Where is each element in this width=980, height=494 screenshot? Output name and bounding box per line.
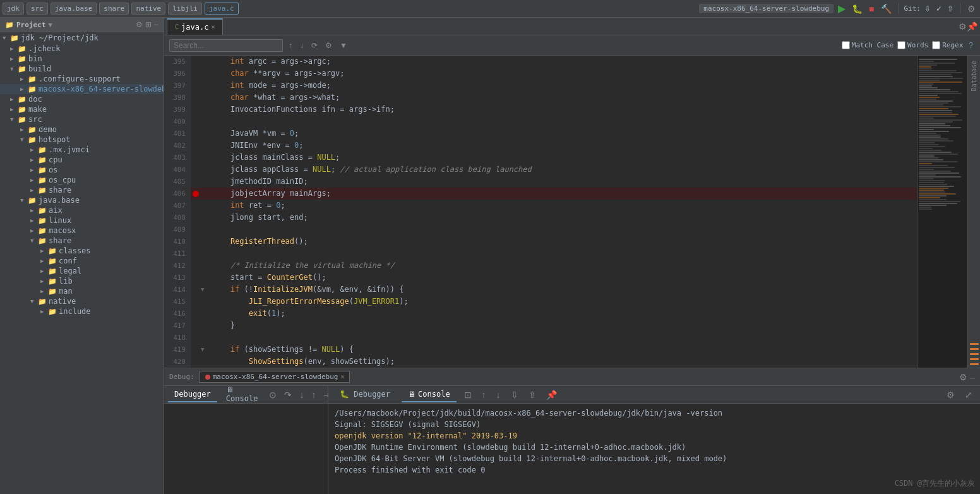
search-up-btn[interactable]: ↑ xyxy=(287,40,294,51)
java-c-tab[interactable]: C java.c × xyxy=(167,18,223,35)
search-refresh[interactable]: ⟳ xyxy=(309,40,320,51)
tree-item[interactable]: ▶📁conf xyxy=(0,256,164,266)
tree-item[interactable]: ▶📁linux xyxy=(0,215,164,226)
step-into-btn[interactable]: ↓ xyxy=(297,389,306,401)
jdk-tab[interactable]: jdk xyxy=(3,3,24,15)
console-pin[interactable]: 📌 xyxy=(544,389,559,401)
sidebar-layout[interactable]: ⊞ xyxy=(145,20,152,29)
tree-item[interactable]: ▶📁include xyxy=(0,306,164,316)
tree-item[interactable]: ▶📁macosx xyxy=(0,226,164,236)
regex-checkbox[interactable] xyxy=(932,41,940,49)
editor-settings[interactable]: ⚙ xyxy=(959,21,967,32)
code-line[interactable]: 409 xyxy=(164,224,917,236)
code-editor[interactable]: 395 int argc = args->argc;396 char **arg… xyxy=(164,56,917,368)
tree-item[interactable]: ▼📁java.base xyxy=(0,195,164,205)
tree-item[interactable]: ▶📁aix xyxy=(0,205,164,215)
tree-item[interactable]: ▼📁hotspot xyxy=(0,135,164,145)
code-line[interactable]: 405 jmethodID mainID; xyxy=(164,176,917,188)
console-scroll-up[interactable]: ↑ xyxy=(479,389,489,401)
debug-show-btn[interactable]: ⊙ xyxy=(266,389,279,401)
search-input[interactable] xyxy=(169,39,283,52)
search-filter[interactable]: ⚙ xyxy=(323,40,334,51)
regex-option[interactable]: Regex xyxy=(932,41,963,49)
console-tab[interactable]: 🖥 Console xyxy=(220,386,265,407)
console-console-tab[interactable]: 🖥 Console xyxy=(402,387,457,402)
editor-pin[interactable]: 📌 xyxy=(967,21,977,32)
code-line[interactable]: 419▼ if (showSettings != NULL) { xyxy=(164,344,917,356)
step-out-btn[interactable]: ↑ xyxy=(309,389,318,401)
tree-item[interactable]: ▶📁demo xyxy=(0,124,164,135)
code-line[interactable]: 407 int ret = 0; xyxy=(164,200,917,212)
vcs-commit[interactable]: ✓ xyxy=(935,4,943,13)
vcs-push[interactable]: ⇧ xyxy=(946,4,955,13)
console-scroll-top[interactable]: ⇧ xyxy=(526,389,539,401)
debug-button[interactable]: 🐛 xyxy=(850,4,864,14)
tree-item[interactable]: ▼📁native xyxy=(0,296,164,306)
tree-item[interactable]: ▶📁legal xyxy=(0,266,164,276)
tree-item[interactable]: ▶📁macosx-x86_64-server-slowdebug xyxy=(0,84,164,94)
code-line[interactable]: 400 xyxy=(164,116,917,128)
search-funnel[interactable]: ▼ xyxy=(338,40,349,51)
tree-item[interactable]: ▶📁man xyxy=(0,286,164,296)
code-line[interactable]: 410 RegisterThread(); xyxy=(164,236,917,248)
fold-arrow[interactable]: ▼ xyxy=(201,284,210,296)
code-line[interactable]: 408 jlong start, end; xyxy=(164,212,917,224)
code-line[interactable]: 414▼ if (!InitializeJVM(&vm, &env, &ifn)… xyxy=(164,284,917,296)
tree-item[interactable]: ▶📁.configure-support xyxy=(0,74,164,84)
java-base-tab[interactable]: java.base xyxy=(51,3,97,15)
tree-item[interactable]: ▼📁share xyxy=(0,236,164,246)
code-line[interactable]: 397 int mode = args->mode; xyxy=(164,80,917,92)
code-line[interactable]: 402 JNIEnv *env = 0; xyxy=(164,140,917,152)
sidebar-collapse[interactable]: – xyxy=(154,20,158,29)
debug-settings-btn[interactable]: ⚙ xyxy=(959,372,967,382)
settings-button[interactable]: ⚙ xyxy=(965,4,977,14)
stop-button[interactable]: ■ xyxy=(867,4,876,14)
code-line[interactable]: 415 JLI_ReportErrorMessage(JVM_ERROR1); xyxy=(164,296,917,308)
build-button[interactable]: 🔨 xyxy=(879,4,893,14)
tree-item[interactable]: ▶📁.jcheck xyxy=(0,44,164,54)
regex-help[interactable]: ? xyxy=(967,40,975,51)
code-line[interactable]: 411 xyxy=(164,248,917,260)
words-option[interactable]: Words xyxy=(897,41,928,49)
java-c-tab-top[interactable]: java.c xyxy=(205,3,239,15)
code-line[interactable]: 404 jclass appClass = NULL; // actual ap… xyxy=(164,164,917,176)
code-line[interactable]: 396 char **argv = args->argv; xyxy=(164,68,917,80)
code-line[interactable]: 401 JavaVM *vm = 0; xyxy=(164,128,917,140)
code-line[interactable]: 418 xyxy=(164,332,917,344)
tree-item[interactable]: ▶📁doc xyxy=(0,94,164,104)
console-expand[interactable]: ⤢ xyxy=(962,389,975,401)
match-case-option[interactable]: Match Case xyxy=(842,41,893,49)
src-tab[interactable]: src xyxy=(27,3,48,15)
console-scroll-end[interactable]: ⇩ xyxy=(508,389,521,401)
console-scroll-down[interactable]: ↓ xyxy=(494,389,503,401)
tree-item[interactable]: ▼📁src xyxy=(0,114,164,124)
code-line[interactable]: 406 jobjectArray mainArgs; xyxy=(164,188,917,200)
search-down-btn[interactable]: ↓ xyxy=(298,40,306,51)
code-line[interactable]: 403 jclass mainClass = NULL; xyxy=(164,152,917,164)
code-line[interactable]: 420 ShowSettings(env, showSettings); xyxy=(164,356,917,368)
fold-arrow[interactable]: ▼ xyxy=(201,344,210,356)
tree-item[interactable]: ▶📁lib xyxy=(0,276,164,286)
debug-console[interactable]: /Users/macbook/Project/jdk/build/macosx-… xyxy=(328,404,980,494)
sidebar-gear[interactable]: ⚙ xyxy=(136,20,143,29)
code-line[interactable]: 395 int argc = args->argc; xyxy=(164,56,917,68)
code-line[interactable]: 398 char *what = args->what; xyxy=(164,92,917,104)
tree-item[interactable]: ▶📁.mx.jvmci xyxy=(0,145,164,155)
tree-root[interactable]: ▼ 📁 jdk ~/Project/jdk xyxy=(0,32,164,44)
run-button[interactable]: ▶ xyxy=(836,3,847,15)
tab-close-button[interactable]: × xyxy=(211,23,215,30)
tree-item[interactable]: ▶📁os_cpu xyxy=(0,175,164,185)
words-checkbox[interactable] xyxy=(897,41,905,49)
tree-item[interactable]: ▶📁os xyxy=(0,165,164,175)
tree-item[interactable]: ▼📁build xyxy=(0,64,164,74)
tree-item[interactable]: ▶📁bin xyxy=(0,54,164,64)
debugger-tab[interactable]: Debugger xyxy=(168,387,217,402)
console-settings[interactable]: ⚙ xyxy=(944,389,957,401)
match-case-checkbox[interactable] xyxy=(842,41,850,49)
breakpoint-zone[interactable] xyxy=(191,191,201,197)
code-line[interactable]: 412 /* Initialize the virtual machine */ xyxy=(164,260,917,272)
debug-minimize[interactable]: – xyxy=(970,372,975,382)
console-clear[interactable]: ⊡ xyxy=(462,389,474,401)
code-line[interactable]: 413 start = CounterGet(); xyxy=(164,272,917,284)
console-debugger-tab[interactable]: 🐛 Debugger xyxy=(333,387,397,402)
